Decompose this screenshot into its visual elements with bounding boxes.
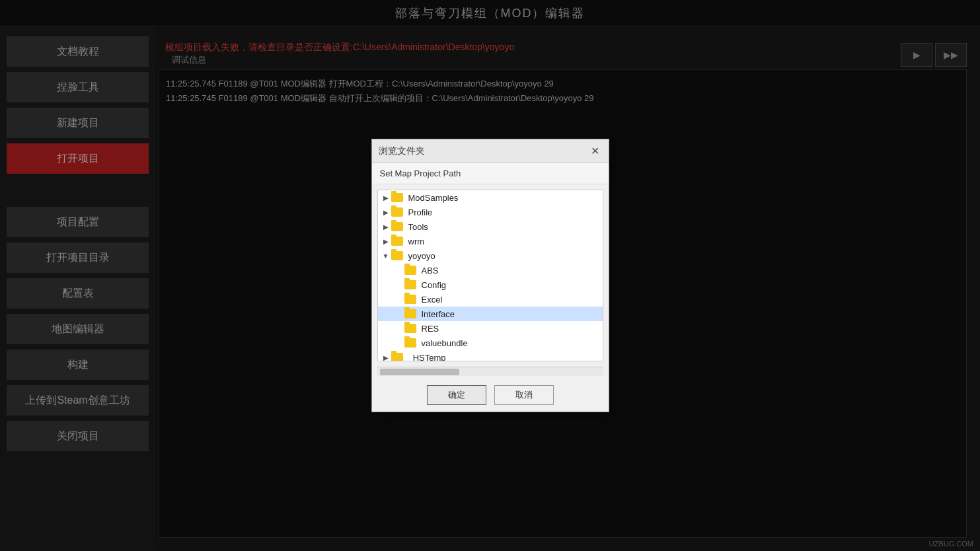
folder-icon [404,266,416,275]
tree-item[interactable]: ▼yoyoyo [378,248,603,263]
folder-icon [404,324,416,333]
tree-item-label: Interface [422,309,455,319]
tree-item-label: _HSTemp [408,353,446,362]
tree-item[interactable]: Excel [378,292,603,307]
tree-item-label: RES [422,324,439,334]
tree-item-label: Profile [408,207,433,217]
folder-icon [404,280,416,289]
tree-item-label: valuebundle [422,338,468,348]
scrollbar-thumb [380,369,459,375]
folder-icon [404,295,416,304]
confirm-button[interactable]: 确定 [427,385,486,405]
folder-icon [391,237,403,246]
tree-arrow-icon [394,323,404,334]
tree-arrow-icon: ▶ [381,221,391,232]
dialog-buttons: 确定 取消 [372,379,609,412]
folder-icon [391,193,403,202]
tree-arrow-icon: ▶ [381,236,391,246]
tree-item[interactable]: Interface [378,307,603,321]
dialog-close-button[interactable]: ✕ [589,145,602,158]
tree-item[interactable]: ABS [378,263,603,277]
tree-item[interactable]: Config [378,277,603,292]
horizontal-scrollbar[interactable] [377,367,603,376]
tree-item[interactable]: valuebundle [378,336,603,350]
tree-arrow-icon [394,294,404,305]
tree-arrow-icon: ▶ [381,192,391,203]
tree-item-label: wrm [408,237,425,246]
tree-item-label: ABS [422,266,439,276]
tree-item-label: ModSamples [408,193,459,203]
tree-arrow-icon: ▶ [381,352,391,361]
folder-icon [391,207,403,217]
dialog-title: 浏览文件夹 [379,145,425,157]
tree-item[interactable]: ▶Profile [378,205,603,219]
dialog-titlebar: 浏览文件夹 ✕ [372,139,609,163]
dialog-tree[interactable]: ▶ModSamples▶Profile▶Tools▶wrm▼yoyoyoABSC… [377,190,603,361]
tree-item-label: yoyoyo [408,251,435,261]
tree-item[interactable]: ▶wrm [378,234,603,248]
tree-item-label: Config [422,280,447,290]
tree-arrow-icon [394,279,404,290]
folder-icon [391,222,403,231]
tree-item[interactable]: ▶Tools [378,219,603,234]
cancel-button[interactable]: 取消 [494,385,554,405]
dialog-overlay: 浏览文件夹 ✕ Set Map Project Path ▶ModSamples… [0,0,980,551]
tree-arrow-icon: ▶ [381,207,391,217]
tree-arrow-icon [394,338,404,348]
folder-icon [404,309,416,318]
folder-icon [391,251,403,260]
folder-icon [391,353,403,361]
tree-item-label: Excel [422,295,443,305]
folder-icon [404,338,416,348]
tree-item-label: Tools [408,222,428,232]
tree-item[interactable]: ▶_HSTemp [378,350,603,361]
dialog-subtitle: Set Map Project Path [372,163,609,184]
tree-arrow-icon: ▼ [381,250,391,261]
tree-arrow-icon [394,309,404,319]
tree-item[interactable]: ▶ModSamples [378,190,603,205]
tree-item[interactable]: RES [378,321,603,336]
browse-folder-dialog: 浏览文件夹 ✕ Set Map Project Path ▶ModSamples… [371,139,609,412]
tree-arrow-icon [394,265,404,276]
